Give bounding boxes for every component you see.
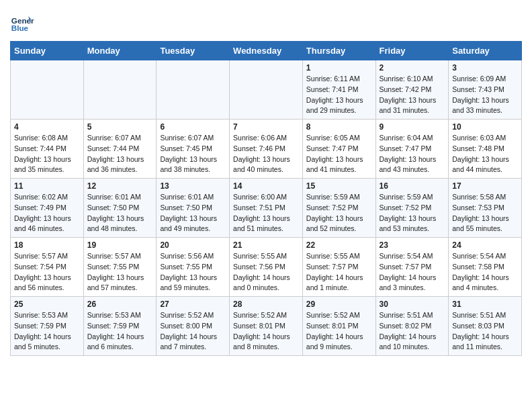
day-info: Sunrise: 5:59 AM Sunset: 7:52 PM Dayligh… (380, 192, 445, 234)
day-info: Sunrise: 6:08 AM Sunset: 7:44 PM Dayligh… (14, 133, 80, 175)
calendar-cell: 29Sunrise: 5:52 AM Sunset: 8:01 PM Dayli… (302, 297, 375, 356)
day-number: 23 (380, 240, 445, 250)
day-info: Sunrise: 5:52 AM Sunset: 8:00 PM Dayligh… (160, 310, 226, 353)
day-number: 15 (306, 181, 372, 191)
day-number: 2 (380, 63, 445, 73)
header-monday: Monday (83, 42, 157, 60)
day-number: 25 (14, 300, 80, 309)
day-number: 7 (233, 122, 299, 132)
logo-icon: General Blue (10, 10, 34, 34)
calendar-cell: 10Sunrise: 6:03 AM Sunset: 7:48 PM Dayli… (449, 120, 522, 179)
day-number: 28 (233, 300, 299, 309)
day-info: Sunrise: 5:53 AM Sunset: 7:59 PM Dayligh… (14, 310, 80, 353)
day-number: 16 (380, 181, 445, 191)
week-row-1: 1Sunrise: 6:11 AM Sunset: 7:41 PM Daylig… (11, 60, 522, 120)
calendar-table: SundayMondayTuesdayWednesdayThursdayFrid… (10, 41, 522, 356)
day-info: Sunrise: 6:01 AM Sunset: 7:50 PM Dayligh… (160, 192, 226, 234)
calendar-cell: 1Sunrise: 6:11 AM Sunset: 7:41 PM Daylig… (302, 60, 375, 120)
day-info: Sunrise: 6:01 AM Sunset: 7:50 PM Dayligh… (87, 192, 153, 234)
svg-text:Blue: Blue (11, 24, 29, 32)
day-number: 3 (452, 63, 518, 73)
day-info: Sunrise: 5:55 AM Sunset: 7:56 PM Dayligh… (233, 251, 299, 293)
page-header: General Blue (10, 10, 522, 34)
calendar-cell: 17Sunrise: 5:58 AM Sunset: 7:53 PM Dayli… (449, 179, 522, 238)
calendar-cell: 19Sunrise: 5:57 AM Sunset: 7:55 PM Dayli… (83, 238, 157, 297)
calendar-cell: 12Sunrise: 6:01 AM Sunset: 7:50 PM Dayli… (83, 179, 157, 238)
day-info: Sunrise: 5:52 AM Sunset: 8:01 PM Dayligh… (306, 310, 372, 353)
calendar-cell: 20Sunrise: 5:56 AM Sunset: 7:55 PM Dayli… (157, 238, 230, 297)
header-saturday: Saturday (449, 42, 522, 60)
day-info: Sunrise: 5:52 AM Sunset: 8:01 PM Dayligh… (233, 310, 299, 353)
day-number: 11 (14, 181, 80, 191)
calendar-cell: 6Sunrise: 6:07 AM Sunset: 7:45 PM Daylig… (157, 120, 230, 179)
day-info: Sunrise: 5:57 AM Sunset: 7:55 PM Dayligh… (87, 251, 153, 293)
calendar-cell: 7Sunrise: 6:06 AM Sunset: 7:46 PM Daylig… (230, 120, 303, 179)
day-info: Sunrise: 5:57 AM Sunset: 7:54 PM Dayligh… (14, 251, 80, 293)
week-row-2: 4Sunrise: 6:08 AM Sunset: 7:44 PM Daylig… (11, 120, 522, 179)
calendar-cell: 4Sunrise: 6:08 AM Sunset: 7:44 PM Daylig… (11, 120, 84, 179)
day-number: 5 (87, 122, 153, 132)
day-number: 9 (380, 122, 445, 132)
calendar-cell (157, 60, 230, 120)
day-info: Sunrise: 5:55 AM Sunset: 7:57 PM Dayligh… (306, 251, 372, 293)
calendar-cell: 14Sunrise: 6:00 AM Sunset: 7:51 PM Dayli… (230, 179, 303, 238)
day-info: Sunrise: 5:54 AM Sunset: 7:57 PM Dayligh… (380, 251, 445, 293)
calendar-cell: 26Sunrise: 5:53 AM Sunset: 7:59 PM Dayli… (83, 297, 157, 356)
calendar-cell: 13Sunrise: 6:01 AM Sunset: 7:50 PM Dayli… (157, 179, 230, 238)
header-tuesday: Tuesday (157, 42, 230, 60)
week-row-4: 18Sunrise: 5:57 AM Sunset: 7:54 PM Dayli… (11, 238, 522, 297)
calendar-cell (11, 60, 84, 120)
calendar-cell: 25Sunrise: 5:53 AM Sunset: 7:59 PM Dayli… (11, 297, 84, 356)
day-number: 30 (380, 300, 445, 309)
day-info: Sunrise: 5:54 AM Sunset: 7:58 PM Dayligh… (452, 251, 518, 293)
day-info: Sunrise: 5:56 AM Sunset: 7:55 PM Dayligh… (160, 251, 226, 293)
day-info: Sunrise: 6:02 AM Sunset: 7:49 PM Dayligh… (14, 192, 80, 234)
day-info: Sunrise: 6:04 AM Sunset: 7:47 PM Dayligh… (380, 133, 445, 175)
day-info: Sunrise: 6:11 AM Sunset: 7:41 PM Dayligh… (306, 74, 372, 116)
calendar-cell: 2Sunrise: 6:10 AM Sunset: 7:42 PM Daylig… (375, 60, 449, 120)
day-info: Sunrise: 6:07 AM Sunset: 7:44 PM Dayligh… (87, 133, 153, 175)
calendar-cell: 22Sunrise: 5:55 AM Sunset: 7:57 PM Dayli… (302, 238, 375, 297)
calendar-cell: 9Sunrise: 6:04 AM Sunset: 7:47 PM Daylig… (375, 120, 449, 179)
calendar-cell: 3Sunrise: 6:09 AM Sunset: 7:43 PM Daylig… (449, 60, 522, 120)
calendar-cell: 11Sunrise: 6:02 AM Sunset: 7:49 PM Dayli… (11, 179, 84, 238)
day-headers-row: SundayMondayTuesdayWednesdayThursdayFrid… (11, 42, 522, 60)
header-sunday: Sunday (11, 42, 84, 60)
day-number: 6 (160, 122, 226, 132)
day-number: 17 (452, 181, 518, 191)
header-thursday: Thursday (302, 42, 375, 60)
day-info: Sunrise: 5:53 AM Sunset: 7:59 PM Dayligh… (87, 310, 153, 353)
calendar-cell: 18Sunrise: 5:57 AM Sunset: 7:54 PM Dayli… (11, 238, 84, 297)
day-number: 29 (306, 300, 372, 309)
calendar-cell: 23Sunrise: 5:54 AM Sunset: 7:57 PM Dayli… (375, 238, 449, 297)
calendar-cell: 5Sunrise: 6:07 AM Sunset: 7:44 PM Daylig… (83, 120, 157, 179)
calendar-cell: 30Sunrise: 5:51 AM Sunset: 8:02 PM Dayli… (375, 297, 449, 356)
day-info: Sunrise: 5:51 AM Sunset: 8:02 PM Dayligh… (380, 310, 445, 353)
week-row-3: 11Sunrise: 6:02 AM Sunset: 7:49 PM Dayli… (11, 179, 522, 238)
calendar-cell: 8Sunrise: 6:05 AM Sunset: 7:47 PM Daylig… (302, 120, 375, 179)
day-number: 18 (14, 240, 80, 250)
day-number: 13 (160, 181, 226, 191)
calendar-cell: 21Sunrise: 5:55 AM Sunset: 7:56 PM Dayli… (230, 238, 303, 297)
day-info: Sunrise: 6:10 AM Sunset: 7:42 PM Dayligh… (380, 74, 445, 116)
day-info: Sunrise: 6:00 AM Sunset: 7:51 PM Dayligh… (233, 192, 299, 234)
header-friday: Friday (375, 42, 449, 60)
day-number: 8 (306, 122, 372, 132)
day-info: Sunrise: 5:59 AM Sunset: 7:52 PM Dayligh… (306, 192, 372, 234)
day-info: Sunrise: 6:03 AM Sunset: 7:48 PM Dayligh… (452, 133, 518, 175)
day-info: Sunrise: 5:51 AM Sunset: 8:03 PM Dayligh… (452, 310, 518, 353)
calendar-cell: 15Sunrise: 5:59 AM Sunset: 7:52 PM Dayli… (302, 179, 375, 238)
calendar-cell: 27Sunrise: 5:52 AM Sunset: 8:00 PM Dayli… (157, 297, 230, 356)
day-info: Sunrise: 6:07 AM Sunset: 7:45 PM Dayligh… (160, 133, 226, 175)
calendar-cell: 16Sunrise: 5:59 AM Sunset: 7:52 PM Dayli… (375, 179, 449, 238)
day-number: 4 (14, 122, 80, 132)
day-number: 14 (233, 181, 299, 191)
calendar-cell: 28Sunrise: 5:52 AM Sunset: 8:01 PM Dayli… (230, 297, 303, 356)
day-number: 21 (233, 240, 299, 250)
logo: General Blue (10, 10, 34, 34)
day-info: Sunrise: 6:09 AM Sunset: 7:43 PM Dayligh… (452, 74, 518, 116)
day-number: 1 (306, 63, 372, 73)
day-info: Sunrise: 6:06 AM Sunset: 7:46 PM Dayligh… (233, 133, 299, 175)
day-number: 24 (452, 240, 518, 250)
day-number: 19 (87, 240, 153, 250)
